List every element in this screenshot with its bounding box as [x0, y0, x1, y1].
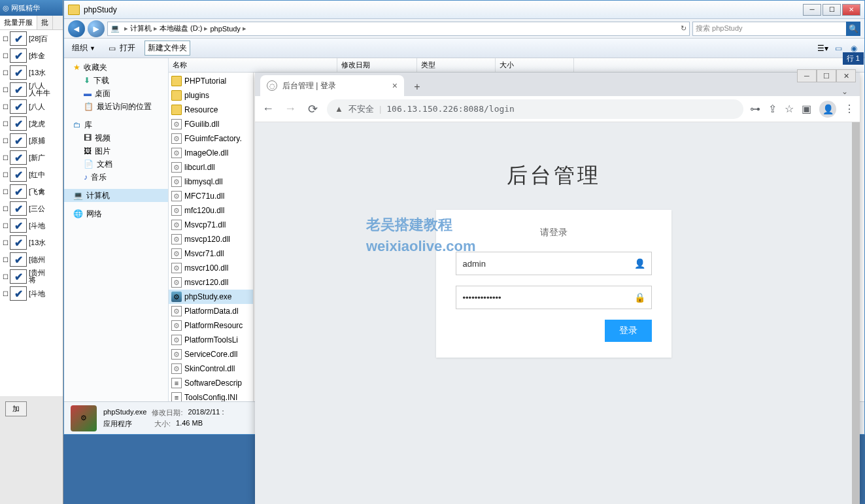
browser-scrollbar[interactable] — [852, 122, 860, 504]
file-row[interactable]: ≡SoftwareDescrip — [169, 376, 253, 390]
nav-videos[interactable]: 🎞视频 — [64, 131, 168, 144]
list-item[interactable]: ☐✔[斗地 — [0, 285, 63, 302]
file-row[interactable]: ⚙libcurl.dll — [169, 160, 253, 175]
nav-downloads[interactable]: ⬇下载 — [64, 74, 168, 87]
username-input[interactable] — [456, 252, 652, 275]
close-button[interactable]: ✕ — [842, 4, 860, 16]
tab-close-icon[interactable]: × — [392, 80, 398, 91]
organize-menu[interactable]: 组织▼ — [69, 41, 98, 55]
file-row[interactable]: ⚙msvcr100.dll — [169, 261, 253, 275]
nav-computer[interactable]: 💻计算机 — [64, 189, 168, 202]
file-row[interactable]: Resource — [169, 103, 253, 117]
list-item[interactable]: ☐✔[贵州 将 — [0, 268, 63, 285]
refresh-icon[interactable]: ↻ — [681, 24, 687, 33]
bg-add-button[interactable]: 加 — [5, 401, 27, 416]
check-icon[interactable]: ✔ — [10, 201, 27, 216]
list-item[interactable]: ☐✔[龙虎 — [0, 115, 63, 132]
browser-close[interactable]: ✕ — [836, 69, 856, 82]
tab-expand-icon[interactable]: ⌄ — [841, 87, 848, 96]
file-row[interactable]: ⚙mfc120u.dll — [169, 203, 253, 218]
list-item[interactable]: ☐✔[三公 — [0, 200, 63, 217]
check-icon[interactable]: ✔ — [10, 116, 27, 131]
profile-avatar[interactable]: 👤 — [819, 101, 836, 118]
check-icon[interactable]: ✔ — [10, 167, 27, 182]
check-icon[interactable]: ✔ — [10, 48, 27, 63]
nav-favorites[interactable]: ★ 收藏夹 — [64, 61, 168, 74]
view-options-icon[interactable]: ☰▾ — [817, 43, 828, 54]
breadcrumb[interactable]: 💻 ▸ 计算机 ▸ 本地磁盘 (D:) ▸ phpStudy ▸ ↻ — [107, 22, 690, 36]
nav-documents[interactable]: 📄文档 — [64, 158, 168, 171]
maximize-button[interactable]: ☐ — [823, 4, 841, 16]
list-item[interactable]: ☐✔[飞禽 — [0, 183, 63, 200]
nav-back-button[interactable]: ◄ — [68, 20, 85, 37]
check-icon[interactable]: ✔ — [10, 150, 27, 165]
col-date[interactable]: 修改日期 — [337, 58, 417, 72]
file-row[interactable]: ⚙msvcr120.dll — [169, 275, 253, 290]
file-row[interactable]: ⚙libmysql.dll — [169, 175, 253, 189]
search-input[interactable]: 搜索 phpStudy — [692, 22, 847, 36]
url-bar[interactable]: ▲ 不安全 | 106.13.150.226:8088/login — [327, 99, 743, 119]
bc-drive[interactable]: 本地磁盘 (D:) — [160, 24, 202, 33]
nav-forward-button[interactable]: ► — [88, 20, 105, 37]
list-item[interactable]: ☐✔[13水 — [0, 234, 63, 251]
login-button[interactable]: 登录 — [605, 320, 652, 342]
check-icon[interactable]: ✔ — [10, 286, 27, 301]
open-button[interactable]: ▭ 打开 — [105, 41, 138, 55]
file-row[interactable]: ⚙Msvcr71.dll — [169, 246, 253, 261]
file-row[interactable]: ⚙MFC71u.dll — [169, 189, 253, 203]
explorer-titlebar[interactable]: phpStudy ─ ☐ ✕ — [64, 1, 864, 19]
col-size[interactable]: 大小 — [496, 58, 574, 72]
browser-forward[interactable]: → — [282, 101, 298, 117]
browser-back[interactable]: ← — [260, 101, 276, 117]
check-icon[interactable]: ✔ — [10, 184, 27, 199]
col-name[interactable]: 名称 — [169, 58, 337, 72]
check-icon[interactable]: ✔ — [10, 65, 27, 80]
file-row[interactable]: ⚙ServiceCore.dll — [169, 347, 253, 361]
check-icon[interactable]: ✔ — [10, 252, 27, 267]
file-row[interactable]: plugins — [169, 88, 253, 103]
browser-reload[interactable]: ⟳ — [305, 101, 320, 117]
preview-pane-icon[interactable]: ▭ — [833, 43, 843, 54]
list-item[interactable]: ☐✔[八人 — [0, 98, 63, 115]
file-row[interactable]: ⚙msvcp120.dll — [169, 232, 253, 246]
search-button[interactable]: 🔍 — [846, 22, 860, 36]
list-item[interactable]: ☐✔[红中 — [0, 166, 63, 183]
file-row[interactable]: ⚙SkinControl.dll — [169, 361, 253, 376]
minimize-button[interactable]: ─ — [803, 4, 821, 16]
nav-network[interactable]: 🌐网络 — [64, 207, 168, 220]
browser-maximize[interactable]: ☐ — [817, 69, 836, 82]
bg-tab-batch[interactable]: 批量开服 — [0, 16, 37, 29]
password-input[interactable] — [456, 286, 652, 309]
file-row[interactable]: ⚙FGuimfcFactory. — [169, 131, 253, 146]
nav-desktop[interactable]: ▬桌面 — [64, 87, 168, 100]
browser-tab[interactable]: ◌ 后台管理 | 登录 × — [260, 75, 404, 96]
bc-folder[interactable]: phpStudy — [210, 25, 240, 33]
list-item[interactable]: ☐✔[德州 — [0, 251, 63, 268]
key-icon[interactable]: ⊶ — [750, 103, 760, 115]
check-icon[interactable]: ✔ — [10, 133, 27, 148]
check-icon[interactable]: ✔ — [10, 82, 27, 97]
check-icon[interactable]: ✔ — [10, 235, 27, 250]
extensions-icon[interactable]: ▣ — [802, 103, 811, 115]
browser-minimize[interactable]: ─ — [797, 69, 817, 82]
nav-pictures[interactable]: 🖼图片 — [64, 144, 168, 158]
check-icon[interactable]: ✔ — [10, 218, 27, 233]
check-icon[interactable]: ✔ — [10, 99, 27, 114]
list-item[interactable]: ☐✔[八人 人牛牛 — [0, 81, 63, 98]
file-row[interactable]: ⚙PlatformToolsLi — [169, 333, 253, 347]
bg-tab-other[interactable]: 批 — [37, 16, 53, 29]
new-folder-button[interactable]: 新建文件夹 — [144, 41, 190, 56]
file-row[interactable]: ⚙phpStudy.exe — [169, 290, 253, 304]
file-row[interactable]: ⚙PlatformData.dl — [169, 304, 253, 318]
nav-recent[interactable]: 📋最近访问的位置 — [64, 100, 168, 113]
file-row[interactable]: ⚙PlatformResourc — [169, 318, 253, 333]
menu-icon[interactable]: ⋮ — [844, 103, 855, 115]
file-row[interactable]: ⚙FGuilib.dll — [169, 117, 253, 131]
bookmark-icon[interactable]: ☆ — [785, 103, 794, 115]
col-type[interactable]: 类型 — [417, 58, 496, 72]
nav-music[interactable]: ♪音乐 — [64, 171, 168, 184]
bc-computer[interactable]: 计算机 — [130, 24, 152, 33]
list-item[interactable]: ☐✔[斗地 — [0, 217, 63, 234]
file-row[interactable]: ⚙ImageOle.dll — [169, 146, 253, 160]
file-row[interactable]: ⚙Msvcp71.dll — [169, 218, 253, 232]
